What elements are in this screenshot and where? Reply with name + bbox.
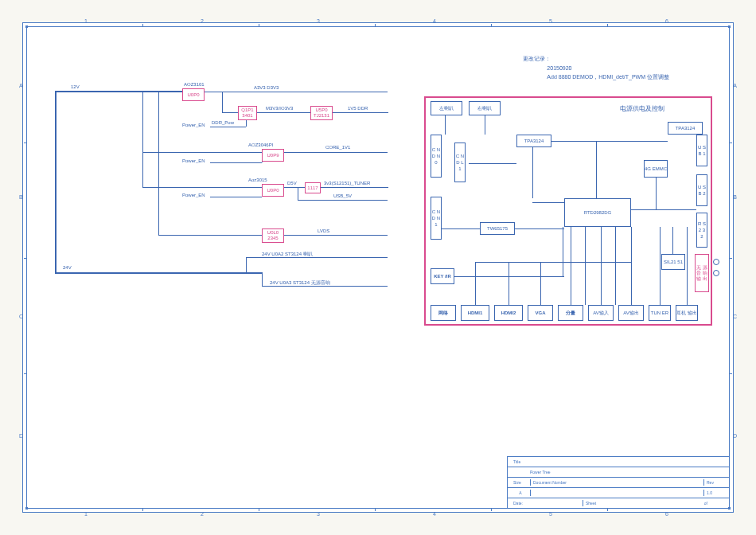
rev-label: Rev [703, 479, 726, 486]
zone-col-4: 4 [433, 18, 436, 24]
wire-24v [55, 272, 262, 274]
wire-h2 [142, 152, 262, 153]
bw15 [631, 227, 632, 305]
zone-col-1b: 1 [84, 511, 88, 517]
jack-icon-2 [713, 270, 719, 276]
block-rs232: R S 2 3 2 [696, 213, 707, 248]
schematic-sheet: 1 2 3 4 5 6 1 2 3 4 5 6 A B C D A B C D … [22, 22, 734, 513]
bw14b [615, 227, 616, 305]
jack-icon-1 [713, 259, 719, 265]
bw13 [571, 227, 571, 305]
doc-value [530, 490, 703, 496]
label-pen2: Power_EN [182, 158, 205, 163]
label-1v5: 1V5 DDR [348, 106, 368, 111]
block-speaker-left: 左喇叭 [431, 101, 462, 115]
block-av-in: AV输入 [588, 305, 614, 321]
sheet-label: Sheet [583, 500, 702, 506]
bw5 [551, 141, 668, 142]
wire-1v5 [333, 112, 388, 113]
label-12v: 12V [71, 84, 80, 89]
wire-core [284, 152, 388, 153]
bw2 [485, 115, 485, 135]
block-emmc: 4G EMMC [644, 160, 668, 178]
block-component: 分量 [558, 305, 583, 321]
zone-row-c: C [19, 314, 23, 319]
label-a3v3: A3V3 D3V3 [254, 85, 279, 90]
bw14 [601, 227, 602, 305]
wire-v8 [262, 272, 263, 286]
wire-usb5v [298, 200, 388, 201]
bw9c [563, 227, 563, 276]
ref-aoz3015: Aoz3015 [248, 178, 267, 182]
block-tw65175: TW65175 [480, 222, 515, 235]
bw11 [509, 262, 509, 305]
zone-row-dr: D [733, 433, 737, 439]
zone-row-b: B [19, 194, 23, 200]
block-tuner: TUN ER [649, 305, 671, 321]
wire-backbone [55, 91, 57, 274]
size-value: A [511, 490, 530, 496]
wire-h3 [142, 187, 262, 188]
block-cndn1: C N D N 1 [431, 197, 442, 240]
block-tpa3124-r: TPA3124 [668, 122, 703, 135]
revision-date: 20150920 [523, 65, 669, 71]
block-u0p0b: U0P0 [262, 184, 284, 197]
zone-col-6b: 6 [665, 511, 668, 517]
label-usb5v: USB_5V [333, 193, 352, 198]
zone-col-5b: 5 [549, 511, 552, 517]
block-1117: 1117 [305, 182, 321, 193]
wire-v4 [262, 162, 263, 162]
wire-v6 [158, 92, 159, 235]
title-block: Title Power Tree Size Document Number Re… [507, 456, 730, 509]
zone-col-2b: 2 [201, 511, 204, 517]
block-key-ir: KEY /IR [431, 268, 454, 284]
zone-row-d: D [19, 433, 23, 439]
block-network: 网络 [431, 305, 456, 321]
wire-a3v3 [205, 92, 388, 92]
revision-title: 更改记录： [523, 55, 669, 63]
bw1 [445, 115, 446, 135]
label-d5v: D5V [287, 181, 297, 185]
label-pen3: Power_EN [182, 193, 205, 197]
label-ddrpow: DDR_Pow [212, 120, 234, 125]
block-u5p0: U5P0 TJ2131 [310, 106, 333, 120]
zone-col-3: 3 [317, 18, 320, 24]
wire-lvds [284, 235, 388, 236]
wire-v5 [298, 187, 298, 200]
wire-m3v3 [257, 112, 310, 113]
block-av-out: AV输出 [618, 305, 644, 321]
block-cndn0: C N D N 0 [431, 135, 442, 178]
bw10 [475, 262, 476, 305]
wire-d5v [284, 187, 305, 188]
bw13b [585, 227, 586, 305]
revision-note: 更改记录： 20150920 Add 8880 DEMOD，HDMI_det/T… [523, 55, 669, 84]
block-u0l0: U0L0 2345 [262, 228, 284, 243]
wire-v1 [222, 92, 223, 112]
block-audio-out: 无 源 音 响 输 出 [695, 254, 709, 292]
doc-label: Document Number [530, 479, 703, 486]
bw17 [672, 227, 673, 254]
title-label: Title [511, 459, 523, 465]
bw7 [631, 209, 696, 210]
label-sp2: 24V U0A3 ST3124 无源音响 [270, 279, 330, 287]
block-u0p9: U0P9 [262, 149, 284, 162]
bw6 [596, 141, 597, 198]
zone-col-6: 6 [665, 18, 668, 24]
zone-row-br: B [733, 194, 737, 200]
zone-row-ar: A [733, 83, 737, 88]
block-usb1: U S B 1 [696, 135, 707, 166]
ref-aoz3046: AOZ3046PI [248, 143, 273, 147]
zone-col-1: 1 [84, 18, 88, 24]
bw3 [469, 163, 516, 164]
size-label: Size [511, 479, 530, 486]
label-power-supply: 电源供电及控制 [620, 104, 664, 113]
wire-pen3 [210, 197, 262, 197]
bw9 [442, 228, 480, 229]
bw16 [660, 227, 661, 305]
zone-col-4b: 4 [433, 511, 436, 517]
zone-row-a: A [19, 83, 23, 88]
label-pen1: Power_EN [182, 123, 205, 127]
label-24v: 24V [63, 265, 72, 270]
rev-value: 1.0 [703, 490, 726, 496]
wire-h1 [222, 112, 238, 113]
